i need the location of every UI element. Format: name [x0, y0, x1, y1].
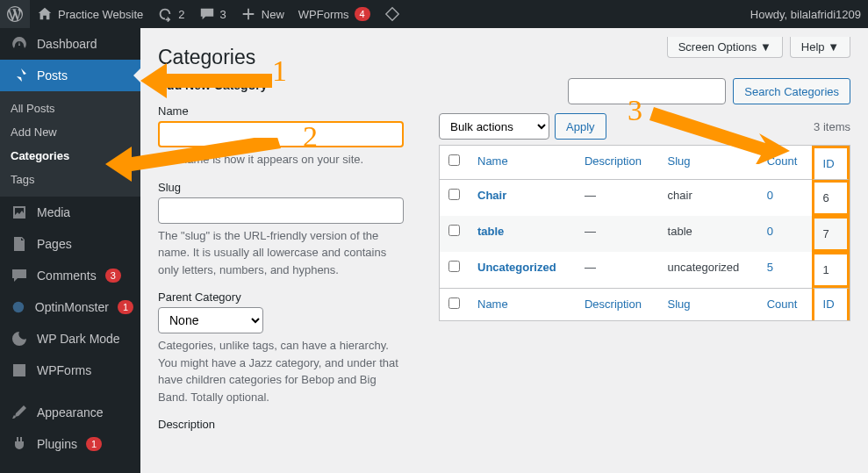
row-count[interactable]: 0	[767, 225, 773, 238]
comment-icon	[199, 6, 215, 22]
table-row: Chair—chair06	[440, 180, 850, 216]
brush-icon	[11, 404, 28, 421]
menu-appearance[interactable]: Appearance	[0, 397, 140, 428]
apply-button[interactable]: Apply	[555, 113, 606, 140]
sub-all-posts[interactable]: All Posts	[0, 97, 140, 120]
pin-icon	[11, 67, 28, 84]
col-slug[interactable]: Slug	[668, 154, 691, 168]
plus-icon	[240, 6, 256, 22]
categories-table: Name Description Slug Count ID Chair—cha…	[439, 145, 850, 321]
comments-count: 3	[220, 8, 226, 21]
col-id[interactable]: ID	[823, 157, 835, 170]
new-content-link[interactable]: New	[233, 0, 291, 28]
parent-select[interactable]: None	[158, 307, 263, 333]
screen-options-button[interactable]: Screen Options ▼	[667, 37, 783, 58]
menu-pages[interactable]: Pages	[0, 228, 140, 260]
col-count-foot[interactable]: Count	[767, 297, 798, 311]
col-desc-foot[interactable]: Description	[585, 297, 642, 311]
admin-bar: Practice Website 2 3 New WPForms4 Howdy,…	[0, 0, 868, 28]
howdy-user[interactable]: Howdy, bilalafridi1209	[743, 0, 868, 28]
menu-comments[interactable]: Comments3	[0, 260, 140, 291]
select-all-top[interactable]	[448, 154, 460, 166]
menu-posts[interactable]: Posts	[0, 60, 140, 91]
row-id: 7	[812, 216, 850, 252]
comment-icon	[11, 267, 28, 284]
row-desc: —	[576, 216, 659, 252]
page-icon	[11, 235, 28, 253]
annotation-num-2: 2	[303, 120, 318, 154]
wp-logo[interactable]	[0, 0, 30, 28]
row-slug: chair	[659, 180, 758, 216]
annotation-num-3: 3	[628, 94, 642, 127]
table-row: table—table07	[440, 216, 850, 252]
name-input[interactable]	[158, 121, 404, 147]
col-name[interactable]: Name	[477, 154, 508, 168]
admin-menu: Dashboard Posts All Posts Add New Catego…	[0, 28, 140, 473]
new-label: New	[262, 8, 284, 21]
plugins-badge: 1	[86, 437, 102, 451]
col-count[interactable]: Count	[767, 154, 798, 168]
name-label: Name	[158, 104, 404, 118]
search-categories-button[interactable]: Search Categories	[733, 78, 850, 104]
comments-badge: 3	[105, 269, 121, 283]
row-id: 1	[812, 252, 850, 288]
optinmonster-icon	[11, 298, 26, 316]
site-name-link[interactable]: Practice Website	[30, 0, 150, 28]
row-name-link[interactable]: Chair	[477, 189, 506, 202]
col-name-foot[interactable]: Name	[477, 297, 508, 311]
item-count: 3 items	[814, 120, 850, 133]
adminbar-wpforms[interactable]: WPForms4	[291, 0, 377, 28]
row-id: 6	[812, 180, 850, 216]
bulk-actions-select[interactable]: Bulk actions	[439, 113, 549, 140]
moon-icon	[11, 330, 28, 348]
row-slug: table	[659, 216, 758, 252]
row-checkbox[interactable]	[448, 225, 460, 236]
menu-wpforms[interactable]: WPForms	[0, 355, 140, 386]
update-icon	[157, 6, 173, 22]
search-input[interactable]	[568, 78, 726, 104]
menu-plugins[interactable]: Plugins1	[0, 428, 140, 460]
adminbar-diamond[interactable]	[377, 0, 407, 28]
row-desc: —	[576, 252, 659, 288]
slug-input[interactable]	[158, 197, 404, 224]
updates-link[interactable]: 2	[150, 0, 191, 28]
svg-point-0	[13, 302, 24, 312]
sub-add-new[interactable]: Add New	[0, 120, 140, 144]
menu-darkmode[interactable]: WP Dark Mode	[0, 323, 140, 355]
name-help: The name is how it appears on your site.	[158, 151, 404, 168]
site-name: Practice Website	[58, 8, 143, 21]
wpforms-badge: 4	[355, 7, 370, 21]
desc-label: Description	[158, 418, 404, 431]
optin-badge: 1	[118, 300, 133, 314]
content-area: Screen Options ▼ Help ▼ Categories Searc…	[140, 28, 868, 461]
sub-tags[interactable]: Tags	[0, 168, 140, 191]
row-checkbox[interactable]	[448, 189, 460, 200]
slug-help: The "slug" is the URL-friendly version o…	[158, 227, 404, 279]
row-checkbox[interactable]	[448, 261, 460, 272]
row-count[interactable]: 0	[767, 189, 773, 202]
row-name-link[interactable]: Uncategorized	[477, 261, 556, 274]
row-name-link[interactable]: table	[477, 225, 504, 238]
wordpress-icon	[7, 6, 23, 22]
menu-dashboard[interactable]: Dashboard	[0, 28, 140, 60]
select-all-bottom[interactable]	[448, 297, 460, 309]
sub-categories[interactable]: Categories	[0, 144, 140, 168]
menu-optinmonster[interactable]: OptinMonster1	[0, 291, 140, 323]
add-category-form: Add New Category Name The name is how it…	[158, 78, 404, 431]
home-icon	[37, 6, 53, 22]
help-button[interactable]: Help ▼	[790, 37, 850, 58]
row-desc: —	[576, 180, 659, 216]
plugin-icon	[11, 435, 28, 453]
dashboard-icon	[11, 35, 28, 53]
diamond-icon	[384, 6, 400, 22]
slug-label: Slug	[158, 181, 404, 194]
comments-link[interactable]: 3	[192, 0, 233, 28]
col-slug-foot[interactable]: Slug	[668, 297, 691, 311]
menu-media[interactable]: Media	[0, 197, 140, 228]
col-desc[interactable]: Description	[585, 154, 642, 168]
row-count[interactable]: 5	[767, 261, 773, 274]
parent-label: Parent Category	[158, 290, 404, 304]
form-icon	[11, 362, 28, 379]
col-id-foot[interactable]: ID	[823, 297, 835, 311]
row-slug: uncategorized	[659, 252, 758, 288]
